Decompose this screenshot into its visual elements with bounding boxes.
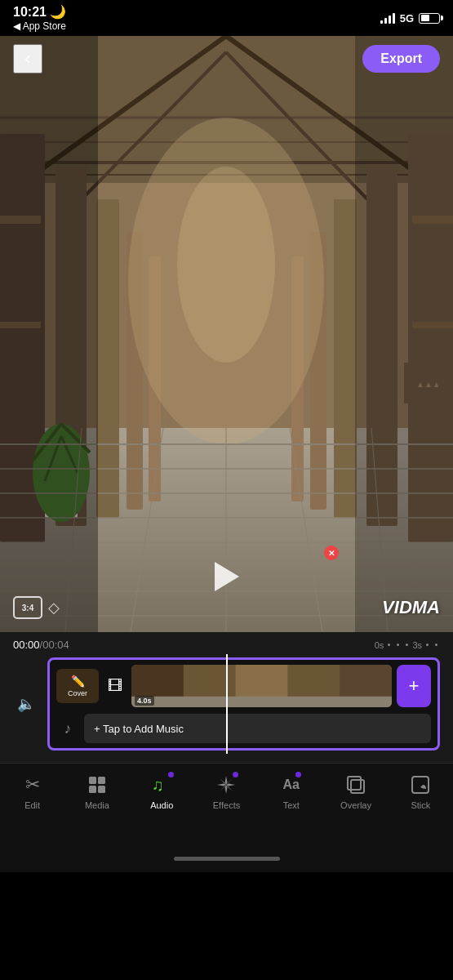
toolbar-item-text[interactable]: Aa Text — [259, 773, 323, 810]
temple-scene: ▲▲▲ — [0, 36, 453, 632]
clip-thumbnail — [131, 665, 392, 707]
svg-rect-48 — [0, 36, 98, 632]
text-label: Text — [283, 800, 300, 810]
scale-start: 0s — [375, 640, 384, 650]
timeline-area: 00:00/00:04 0s 3s 🔈 ✏️ Cover 🎞 — [0, 632, 453, 763]
clip-duration: 4.0s — [135, 696, 154, 706]
music-track-row: ♪ + Tap to Add Music — [56, 714, 431, 743]
svg-rect-54 — [131, 697, 392, 707]
home-indicator — [0, 844, 453, 872]
film-strip-icon: 🎞 — [104, 673, 127, 699]
svg-rect-22 — [334, 199, 357, 518]
video-clip[interactable]: 4.0s — [131, 665, 392, 707]
cover-pencil-icon: ✏️ — [71, 675, 85, 688]
overlay-icon-wrap — [345, 773, 366, 796]
scale-dot-5 — [435, 644, 437, 646]
svg-rect-58 — [98, 786, 105, 793]
playhead — [226, 654, 228, 754]
enhance-button[interactable]: ◇ — [42, 596, 65, 619]
svg-rect-60 — [348, 777, 361, 790]
svg-point-26 — [177, 167, 275, 363]
signal-bar-2 — [384, 18, 387, 24]
overlay-icon — [345, 773, 366, 796]
video-hud: 3:4 ◇ VIDMA — [13, 596, 440, 619]
music-note-icon: ♪ — [56, 720, 79, 737]
time-display: 10:21 — [13, 4, 47, 20]
audio-icon-wrap: ♫ — [151, 773, 172, 796]
export-button[interactable]: Export — [362, 45, 440, 73]
overlay-label: Overlay — [340, 800, 371, 810]
media-icon-wrap — [87, 773, 107, 796]
timecode: 00:00/00:04 — [13, 639, 69, 651]
edit-icon-wrap: ✂ — [25, 773, 40, 796]
error-badge: ✕ — [324, 546, 339, 560]
bottom-toolbar: ✂ Edit Media ♫ Aud — [0, 763, 453, 844]
toolbar-item-edit[interactable]: ✂ Edit — [0, 773, 64, 810]
video-track-row: ✏️ Cover 🎞 — [56, 665, 431, 707]
effects-notification-dot — [233, 772, 238, 777]
total-time: 00:04 — [42, 639, 69, 651]
scale-dot-3 — [406, 644, 408, 646]
status-time: 10:21 🌙 — [13, 4, 66, 20]
audio-notification-dot — [168, 772, 174, 777]
toolbar-item-audio[interactable]: ♫ Audio — [130, 773, 194, 810]
volume-icon[interactable]: 🔈 — [13, 691, 39, 717]
add-clip-button[interactable]: + — [397, 665, 431, 707]
add-music-label: + Tap to Add Music — [94, 723, 184, 735]
play-button[interactable] — [215, 562, 239, 591]
sticker-icon — [410, 773, 431, 796]
current-time: 00:00 — [13, 639, 40, 651]
svg-rect-61 — [351, 780, 364, 793]
svg-rect-49 — [355, 36, 453, 632]
toolbar-item-effects[interactable]: Effects — [194, 773, 259, 810]
edit-label: Edit — [24, 800, 40, 810]
video-nav: ‹ Export — [0, 36, 453, 82]
selected-clip-area: ✏️ Cover 🎞 — [47, 657, 440, 751]
edit-scissors-icon: ✂ — [25, 773, 40, 796]
app-store-back[interactable]: ◀ App Store — [13, 20, 66, 32]
video-preview: ▲▲▲ ‹ Export ✕ 3:4 ◇ VIDMA — [0, 36, 453, 632]
back-label: ◀ App Store — [13, 20, 66, 32]
svg-rect-55 — [89, 777, 96, 784]
text-notification-dot — [295, 772, 301, 777]
timeline-header: 00:00/00:04 0s 3s — [0, 632, 453, 654]
signal-bar-3 — [389, 16, 391, 24]
battery-fill — [421, 15, 430, 21]
timeline-tracks: 🔈 ✏️ Cover 🎞 — [0, 654, 453, 754]
signal-bars — [380, 12, 395, 24]
cover-label: Cover — [68, 689, 87, 697]
status-left: 10:21 🌙 ◀ App Store — [13, 4, 66, 31]
export-label: Export — [380, 51, 422, 65]
battery-indicator — [419, 13, 440, 24]
effects-icon-wrap — [215, 773, 237, 796]
watermark: VIDMA — [382, 597, 440, 618]
scale-dot-4 — [426, 644, 429, 646]
svg-text:♫: ♫ — [152, 776, 164, 794]
back-button[interactable]: ‹ — [13, 44, 42, 74]
sticker-icon-wrap — [410, 773, 431, 796]
svg-rect-57 — [89, 786, 96, 793]
scale-dot-1 — [388, 644, 390, 646]
toolbar-item-sticker[interactable]: Stick — [389, 773, 453, 810]
moon-icon: 🌙 — [50, 4, 66, 20]
aspect-ratio-button[interactable]: 3:4 — [13, 596, 42, 619]
toolbar-item-overlay[interactable]: Overlay — [323, 773, 388, 810]
scale-dot-2 — [397, 644, 399, 646]
timeline-scale: 0s 3s — [375, 640, 440, 650]
media-label: Media — [85, 800, 109, 810]
text-icon-wrap: Aa — [283, 773, 300, 796]
svg-rect-15 — [96, 199, 119, 518]
status-bar: 10:21 🌙 ◀ App Store 5G — [0, 0, 453, 36]
scale-end: 3s — [412, 640, 422, 650]
aspect-ratio-label: 3:4 — [22, 604, 33, 612]
toolbar-item-media[interactable]: Media — [64, 773, 129, 810]
media-grid-icon — [87, 773, 107, 796]
back-icon: ‹ — [24, 48, 30, 69]
svg-rect-56 — [98, 777, 105, 784]
effects-label: Effects — [213, 800, 240, 810]
sticker-label: Stick — [411, 800, 430, 810]
audio-label: Audio — [150, 800, 173, 810]
network-type: 5G — [400, 12, 414, 24]
add-music-button[interactable]: + Tap to Add Music — [84, 714, 431, 743]
cover-thumbnail[interactable]: ✏️ Cover — [56, 669, 99, 703]
